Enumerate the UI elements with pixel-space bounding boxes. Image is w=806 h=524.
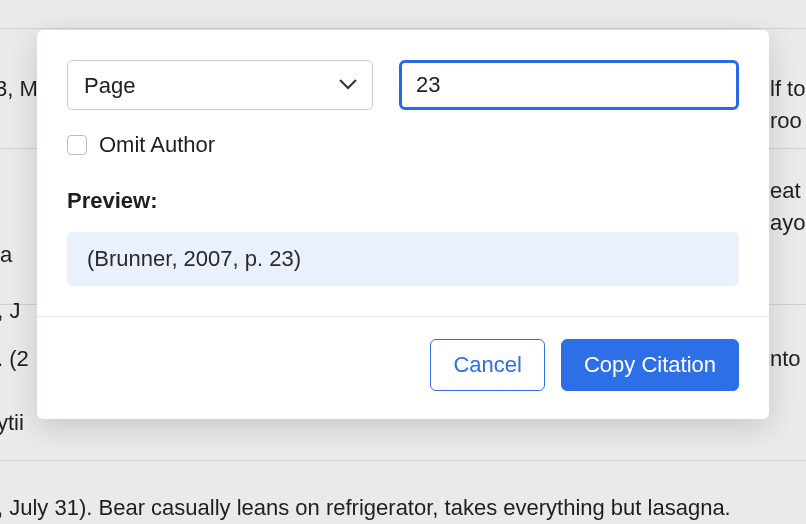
background-text-fragment: lf to bbox=[770, 73, 805, 105]
preview-box: (Brunner, 2007, p. 23) bbox=[67, 232, 739, 286]
background-text-fragment: , July 31). Bear casually leans on refri… bbox=[0, 492, 731, 524]
background-text-fragment: eat bbox=[770, 175, 801, 207]
background-text-fragment: ytii bbox=[0, 407, 24, 439]
preview-label: Preview: bbox=[67, 188, 739, 214]
background-text-fragment: a bbox=[0, 239, 12, 271]
background-text-fragment: . (2 bbox=[0, 343, 29, 375]
locator-type-select[interactable]: Page bbox=[67, 60, 373, 110]
omit-author-label: Omit Author bbox=[99, 132, 215, 158]
omit-author-checkbox[interactable]: Omit Author bbox=[67, 132, 739, 158]
cancel-button[interactable]: Cancel bbox=[430, 339, 544, 391]
preview-text: (Brunner, 2007, p. 23) bbox=[87, 246, 301, 271]
background-text-fragment: nto bbox=[770, 343, 801, 375]
cancel-button-label: Cancel bbox=[453, 352, 521, 378]
locator-type-wrap: Page bbox=[67, 60, 373, 110]
copy-citation-button-label: Copy Citation bbox=[584, 352, 716, 378]
checkbox-box bbox=[67, 135, 87, 155]
copy-citation-button[interactable]: Copy Citation bbox=[561, 339, 739, 391]
dialog-footer: Cancel Copy Citation bbox=[37, 316, 769, 419]
background-text-fragment: ayo bbox=[770, 207, 805, 239]
locator-value-input[interactable] bbox=[399, 60, 739, 110]
citation-dialog: Page Omit Author Preview: (Brunner, 2007… bbox=[37, 30, 769, 419]
background-text-fragment: 3, M bbox=[0, 73, 38, 105]
background-text-fragment: 5, J bbox=[0, 295, 20, 327]
background-text-fragment: roo bbox=[770, 105, 802, 137]
